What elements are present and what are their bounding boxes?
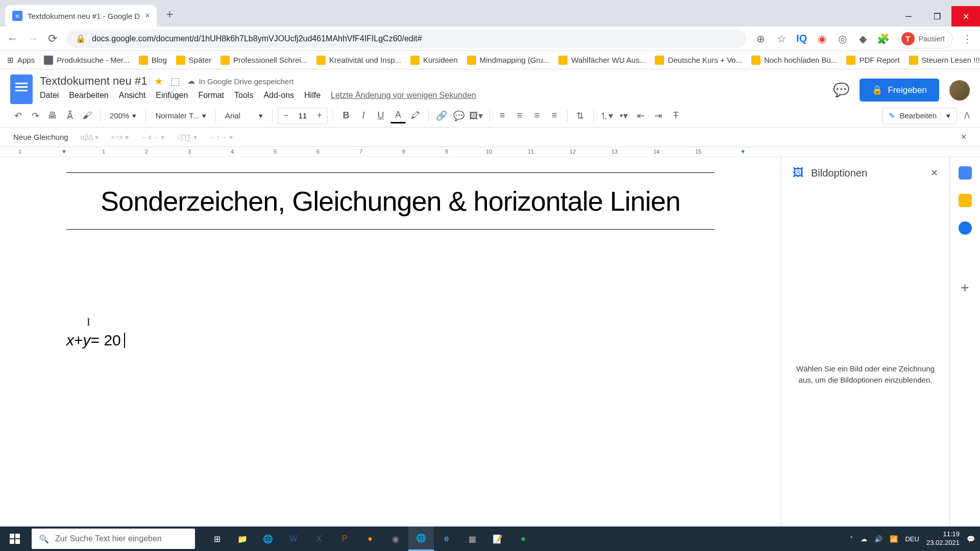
print-button[interactable]: 🖶: [45, 108, 60, 123]
move-folder-icon[interactable]: ⬚: [170, 75, 180, 87]
undo-button[interactable]: ↶: [10, 108, 26, 123]
underline-button[interactable]: U: [373, 108, 388, 123]
obs-icon[interactable]: ◉: [383, 527, 408, 551]
bookmark-item[interactable]: Wahlfächer WU Aus...: [558, 56, 646, 65]
comment-button[interactable]: 💬: [451, 108, 467, 123]
highlight-button[interactable]: 🖍: [408, 108, 423, 123]
notepad-icon[interactable]: 📝: [485, 527, 510, 551]
menu-bearbeiten[interactable]: Bearbeiten: [69, 91, 108, 100]
numbered-list-button[interactable]: ⒈▾: [599, 108, 614, 123]
font-size-decrease[interactable]: −: [278, 108, 293, 123]
powerpoint-icon[interactable]: P: [332, 527, 357, 551]
calendar-icon[interactable]: [959, 166, 972, 180]
edge-icon[interactable]: 🌐: [255, 527, 281, 551]
app2-icon[interactable]: ▦: [459, 527, 485, 551]
address-bar[interactable]: 🔒 docs.google.com/document/d/1hUH8k6h7Lb…: [66, 30, 746, 48]
equation-box[interactable]: x + y = 20: [66, 332, 715, 349]
close-panel-icon[interactable]: ✕: [930, 167, 938, 179]
bookmark-item[interactable]: Später: [176, 56, 211, 65]
bookmark-item[interactable]: Deutsche Kurs + Vo...: [655, 56, 742, 65]
share-button[interactable]: 🔒 Freigeben: [860, 79, 939, 102]
align-right-button[interactable]: ≡: [529, 108, 545, 123]
close-tab-icon[interactable]: ×: [145, 11, 150, 20]
paint-format-button[interactable]: 🖌: [80, 108, 95, 123]
horizontal-ruler[interactable]: 1 ▼ 1 2 3 4 5 6 7 8 9 10 11 12 13 14 15 …: [0, 147, 980, 157]
forward-button[interactable]: →: [28, 32, 39, 45]
link-button[interactable]: 🔗: [434, 108, 449, 123]
text-color-button[interactable]: A: [390, 108, 406, 123]
start-button[interactable]: [0, 527, 30, 551]
arrows-dropdown[interactable]: ←↑→ ▾: [209, 133, 233, 141]
align-left-button[interactable]: ≡: [495, 108, 510, 123]
comments-icon[interactable]: 💬: [833, 82, 849, 98]
volume-icon[interactable]: 🔊: [874, 535, 883, 543]
maximize-button[interactable]: ❐: [923, 6, 951, 27]
last-change-link[interactable]: Letzte Änderung vor wenigen Sekunden: [331, 91, 476, 100]
edge2-icon[interactable]: e: [434, 527, 459, 551]
profile-avatar[interactable]: [949, 80, 970, 101]
app-icon[interactable]: ●: [357, 527, 383, 551]
bookmark-item[interactable]: Kreativität und Insp...: [316, 56, 401, 65]
font-size-increase[interactable]: +: [312, 108, 327, 123]
zoom-select[interactable]: 200% ▾: [106, 109, 140, 123]
bulleted-list-button[interactable]: •▾: [616, 108, 631, 123]
bold-button[interactable]: B: [338, 108, 354, 123]
extension-icon-2[interactable]: ◉: [817, 33, 828, 44]
extension-icon-1[interactable]: IQ: [796, 33, 807, 44]
spotify-icon[interactable]: ●: [510, 527, 536, 551]
star-icon[interactable]: ★: [154, 75, 163, 87]
document-canvas[interactable]: Sonderzeichen, Gleichungen & horizontale…: [0, 157, 781, 551]
back-button[interactable]: ←: [7, 32, 18, 45]
excel-icon[interactable]: X: [306, 527, 332, 551]
italic-button[interactable]: I: [356, 108, 371, 123]
browser-tab[interactable]: ≡ Textdokument neu #1 - Google D ×: [5, 5, 157, 27]
bookmark-item[interactable]: Steuern Lesen !!!!: [909, 56, 980, 65]
menu-addons[interactable]: Add-ons: [263, 91, 294, 100]
align-justify-button[interactable]: ≡: [547, 108, 562, 123]
explorer-icon[interactable]: 📁: [230, 527, 255, 551]
bookmark-apps[interactable]: ⊞Apps: [7, 56, 35, 65]
math-operators-dropdown[interactable]: ×÷≠ ▾: [111, 133, 128, 141]
profile-paused-button[interactable]: T Pausiert: [898, 29, 952, 48]
clock[interactable]: 11:19 23.02.2021: [926, 530, 960, 547]
align-center-button[interactable]: ≡: [512, 108, 527, 123]
font-size-input[interactable]: 11: [293, 111, 312, 120]
tasks-icon[interactable]: [959, 221, 972, 235]
collapse-toolbar-button[interactable]: ᐱ: [964, 111, 970, 120]
bookmark-item[interactable]: PDF Report: [846, 56, 899, 65]
document-title[interactable]: Textdokument neu #1: [40, 74, 147, 88]
spellcheck-button[interactable]: Ᾱ: [62, 108, 78, 123]
menu-ansicht[interactable]: Ansicht: [119, 91, 145, 100]
docs-logo[interactable]: [10, 74, 33, 104]
reload-button[interactable]: ⟳: [48, 32, 57, 45]
bookmark-item[interactable]: Mindmapping (Gru...: [467, 56, 550, 65]
minimize-button[interactable]: ─: [894, 6, 923, 27]
bookmark-item[interactable]: Kursideen: [410, 56, 458, 65]
new-equation-button[interactable]: Neue Gleichung: [13, 133, 68, 141]
bookmark-item[interactable]: Produktsuche - Mer...: [44, 56, 130, 65]
taskbar-search[interactable]: 🔍 Zur Suche Text hier eingeben: [32, 529, 195, 549]
indent-marker[interactable]: ▼: [61, 148, 67, 155]
decrease-indent-button[interactable]: ⇤: [633, 108, 649, 123]
close-equation-bar-icon[interactable]: ×: [961, 131, 967, 143]
menu-datei[interactable]: Datei: [40, 91, 59, 100]
menu-tools[interactable]: Tools: [234, 91, 253, 100]
zoom-icon[interactable]: ⊕: [755, 33, 767, 44]
clear-formatting-button[interactable]: T: [668, 108, 683, 123]
paragraph-style-select[interactable]: Normaler T... ▾: [151, 109, 210, 123]
bookmark-star-icon[interactable]: ☆: [776, 33, 787, 44]
extension-icon-3[interactable]: ◎: [837, 33, 848, 44]
onedrive-icon[interactable]: ☁: [861, 535, 867, 543]
extensions-icon[interactable]: 🧩: [878, 33, 889, 44]
font-select[interactable]: Arial ▾: [221, 109, 267, 123]
relations-dropdown[interactable]: ←≠→ ▾: [141, 133, 165, 141]
task-view-icon[interactable]: ⊞: [204, 527, 230, 551]
notifications-icon[interactable]: 💬: [967, 535, 975, 543]
editing-mode-dropdown[interactable]: ✎ Bearbeiten ▾: [882, 108, 957, 124]
language-indicator[interactable]: DEU: [905, 535, 919, 543]
word-icon[interactable]: W: [281, 527, 306, 551]
redo-button[interactable]: ↷: [28, 108, 43, 123]
menu-einfuegen[interactable]: Einfügen: [156, 91, 188, 100]
bookmark-item[interactable]: Blog: [139, 56, 167, 65]
bookmark-item[interactable]: Professionell Schrei...: [220, 56, 307, 65]
